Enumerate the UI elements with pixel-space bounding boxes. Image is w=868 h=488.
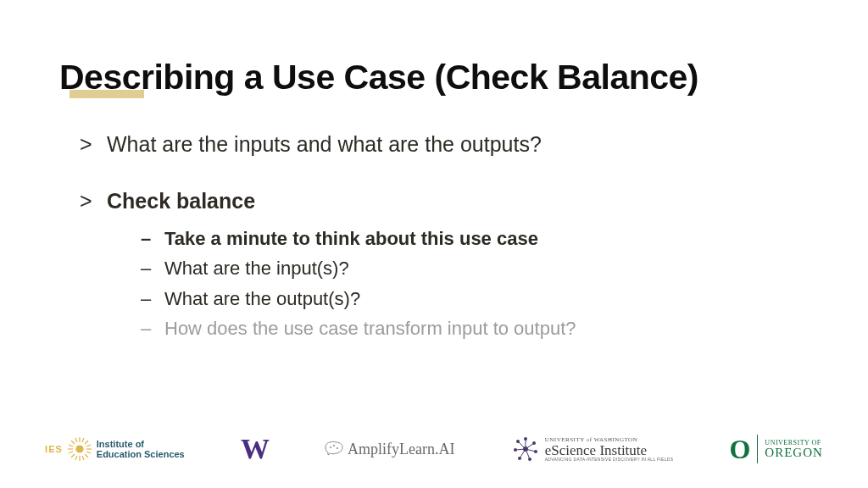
bullet-item: Check balance Take a minute to think abo… [80,188,809,340]
svg-line-29 [526,443,534,449]
slide-title: Describing a Use Case (Check Balance) [59,58,809,97]
sub-bullet-item: How does the use case transform input to… [141,317,809,341]
svg-line-34 [518,441,526,449]
svg-line-7 [85,441,88,444]
svg-line-8 [71,454,75,458]
logo-escience: UNIVERSITY of WASHINGTON eScience Instit… [511,435,674,463]
logo-oregon: O UNIVERSITY OF OREGON [729,434,822,465]
svg-line-5 [71,441,75,444]
logo-uw: W [241,433,268,465]
oregon-line2: OREGON [765,446,823,459]
sub-bullet-item: What are the output(s)? [141,287,809,311]
svg-line-31 [526,449,530,459]
oregon-text: UNIVERSITY OF OREGON [765,440,823,459]
logo-ies: IES Institute of Education Sciences [45,435,185,463]
svg-line-11 [75,456,77,460]
escience-text: UNIVERSITY of WASHINGTON eScience Instit… [545,437,674,462]
brain-icon [324,441,344,458]
svg-line-12 [82,456,84,460]
title-block: Describing a Use Case (Check Balance) [59,58,809,97]
bullet-text: What are the inputs and what are the out… [107,132,542,156]
svg-line-16 [86,452,91,453]
content: What are the inputs and what are the out… [59,131,809,341]
svg-point-17 [330,446,331,448]
escience-name: eScience Institute [545,443,674,458]
divider [757,435,758,463]
ies-acronym: IES [45,444,63,454]
sub-bullet-item: What are the input(s)? [141,257,809,280]
ies-name: Institute of Education Sciences [97,439,185,459]
ies-line2: Education Sciences [97,449,185,459]
amplify-text: AmplifyLearn.AI [348,441,454,458]
bullet-list: What are the inputs and what are the out… [59,131,809,341]
oregon-o-mark: O [729,434,750,465]
sub-bullet-item: Take a minute to think about this use ca… [141,227,809,251]
svg-line-32 [520,449,526,458]
network-icon [511,435,540,463]
svg-point-0 [76,446,83,452]
svg-line-6 [85,454,88,458]
svg-line-10 [82,438,84,442]
svg-line-13 [69,445,73,446]
svg-line-14 [69,452,73,453]
uw-w-mark: W [241,433,268,465]
escience-tag: ADVANCING DATA-INTENSIVE DISCOVERY IN AL… [545,458,674,462]
svg-line-15 [86,445,91,446]
bullet-heading: Check balance [107,189,255,213]
slide: Describing a Use Case (Check Balance) Wh… [0,0,868,488]
ies-line1: Institute of [97,439,185,449]
svg-point-19 [337,447,338,449]
sun-icon [66,435,93,463]
svg-point-18 [333,445,335,446]
sub-bullet-list: Take a minute to think about this use ca… [107,227,809,341]
svg-line-9 [75,438,77,442]
logo-bar: IES Institute of Education Sciences [0,425,868,473]
logo-amplifylearn: AmplifyLearn.AI [324,441,454,458]
bullet-item: What are the inputs and what are the out… [80,131,809,158]
